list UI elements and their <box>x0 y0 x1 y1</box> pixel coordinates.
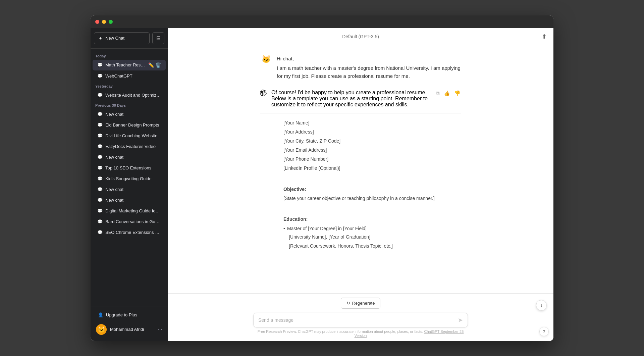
app-body: ＋ New Chat ⊟ Today 💬 Math Teacher Resume… <box>91 28 553 341</box>
copy-button[interactable]: ⧉ <box>435 90 440 97</box>
user-message-line2: I am a math teacher with a master's degr… <box>277 64 461 80</box>
sidebar-item-new-chat-1[interactable]: 💬 New chat <box>93 109 166 119</box>
ai-avatar <box>260 90 267 98</box>
scroll-to-bottom-button[interactable]: ↓ <box>536 300 547 311</box>
chat-icon: 💬 <box>97 208 103 213</box>
sidebar-item-math-teacher[interactable]: 💬 Math Teacher Resume ✏️ 🗑️ <box>93 60 166 70</box>
sidebar-item-divi-life[interactable]: 💬 Divi Life Coaching Website <box>93 131 166 141</box>
sidebar-item-label: Bard Conversations in Google… <box>105 219 161 224</box>
chat-icon: 💬 <box>97 122 103 128</box>
chat-icon: 💬 <box>97 155 103 160</box>
resume-template: [Your Name] [Your Address] [Your City, S… <box>260 119 461 251</box>
message-input-wrapper: ➤ <box>253 313 468 327</box>
sidebar-item-seo-chrome[interactable]: 💬 SEO Chrome Extensions 2023… <box>93 227 166 238</box>
footer-note-text: Free Research Preview. ChatGPT may produ… <box>258 329 423 334</box>
sidebar-item-digital-marketing[interactable]: 💬 Digital Marketing Guide for St… <box>93 206 166 216</box>
regenerate-label: Regenerate <box>352 301 375 306</box>
sidebar-item-eid-banner[interactable]: 💬 Eid Banner Design Prompts <box>93 120 166 130</box>
edit-icon[interactable]: ✏️ <box>148 62 154 68</box>
chevron-down-icon: ↓ <box>540 302 543 308</box>
resume-field-name: [Your Name] <box>283 119 454 127</box>
chat-icon: 💬 <box>97 144 103 149</box>
sidebar-item-new-chat-4[interactable]: 💬 New chat <box>93 195 166 205</box>
chat-input-area: ↻ Regenerate ➤ Free Research Preview. Ch… <box>168 293 553 341</box>
chat-icon: 💬 <box>97 112 103 117</box>
section-label-today: Today <box>91 51 168 59</box>
resume-bullet-2: [University Name], [Year of Graduation] <box>283 233 454 241</box>
send-icon: ➤ <box>458 316 463 324</box>
footer-note: Free Research Preview. ChatGPT may produ… <box>253 327 468 338</box>
sidebar-header: ＋ New Chat ⊟ <box>91 28 168 49</box>
maximize-button[interactable] <box>109 20 113 24</box>
resume-bullet-1: Master of [Your Degree] in [Your Field] <box>283 224 454 233</box>
minimize-button[interactable] <box>102 20 106 24</box>
assistant-message-container: Of course! I'd be happy to help you crea… <box>253 90 468 251</box>
chat-messages: 🐱 Hi chat, I am a math teacher with a ma… <box>168 45 553 293</box>
regenerate-icon: ↻ <box>346 301 350 306</box>
sidebar-item-label: SEO Chrome Extensions 2023… <box>105 230 161 235</box>
assistant-message-inner: Of course! I'd be happy to help you crea… <box>260 90 461 108</box>
user-name: Mohammad Afridi <box>110 327 155 332</box>
user-profile[interactable]: 🐱 Mohammad Afridi ··· <box>93 321 165 338</box>
sidebar-item-webchatgpt[interactable]: 💬 WebChatGPT <box>93 71 166 81</box>
sidebar-item-label: Divi Life Coaching Website <box>105 133 161 138</box>
user-message-line1: Hi chat, <box>277 55 461 63</box>
avatar: 🐱 <box>96 324 107 335</box>
sidebar-item-label: Website Audit and Optimizati… <box>105 93 161 98</box>
regenerate-bar: ↻ Regenerate <box>174 298 547 309</box>
thumbdown-button[interactable]: 👎 <box>453 90 461 97</box>
chat-icon: 💬 <box>97 198 103 203</box>
sidebar-item-new-chat-2[interactable]: 💬 New chat <box>93 152 166 162</box>
main-wrapper: Default (GPT-3.5) ⬆ 🐱 Hi chat <box>168 28 553 341</box>
resume-field-linkedin: [LinkedIn Profile (Optional)] <box>283 164 454 172</box>
user-avatar: 🐱 <box>260 53 272 65</box>
resume-section-education-title: Education: <box>283 215 454 223</box>
resume-section-objective-content: [State your career objective or teaching… <box>283 194 454 203</box>
resume-field-phone: [Your Phone Number] <box>283 155 454 163</box>
sidebar-item-top10-seo[interactable]: 💬 Top 10 SEO Extensions <box>93 163 166 173</box>
upgrade-to-plus[interactable]: 👤 Upgrade to Plus <box>93 310 165 320</box>
sidebar-item-eazydocs[interactable]: 💬 EazyDocs Features Video <box>93 141 166 152</box>
resume-bullet-3: [Relevant Coursework, Honors, Thesis Top… <box>283 242 454 250</box>
message-input[interactable] <box>258 317 458 323</box>
thumbup-button[interactable]: 👍 <box>443 90 451 97</box>
share-button[interactable]: ⬆ <box>542 33 547 40</box>
traffic-lights <box>95 20 113 24</box>
sidebar-footer: 👤 Upgrade to Plus 🐱 Mohammad Afridi ··· <box>91 306 168 341</box>
chat-header: Default (GPT-3.5) ⬆ <box>168 28 553 45</box>
sidebar: ＋ New Chat ⊟ Today 💬 Math Teacher Resume… <box>91 28 168 341</box>
chat-icon: 💬 <box>97 133 103 138</box>
help-button[interactable]: ? <box>539 327 549 336</box>
section-label-yesterday: Yesterday <box>91 82 168 90</box>
upgrade-label: Upgrade to Plus <box>106 312 160 317</box>
sidebar-item-label: Kid's Songwriting Guide <box>105 176 161 181</box>
upgrade-icon: 👤 <box>98 312 103 317</box>
message-actions: ⧉ 👍 👎 <box>435 90 461 97</box>
sidebar-item-new-chat-3[interactable]: 💬 New chat <box>93 184 166 195</box>
sidebar-list: Today 💬 Math Teacher Resume ✏️ 🗑️ 💬 WebC… <box>91 49 168 306</box>
sidebar-item-kids-song[interactable]: 💬 Kid's Songwriting Guide <box>93 173 166 184</box>
sidebar-item-label: WebChatGPT <box>105 73 161 79</box>
sidebar-item-bard-conversations[interactable]: 💬 Bard Conversations in Google… <box>93 216 166 227</box>
close-button[interactable] <box>95 20 99 24</box>
sidebar-item-website-audit[interactable]: 💬 Website Audit and Optimizati… <box>93 90 166 100</box>
resume-bullet-text: Master of [Your Degree] in [Your Field] <box>287 224 367 233</box>
sidebar-item-label: EazyDocs Features Video <box>105 144 161 149</box>
resume-field-address: [Your Address] <box>283 128 454 136</box>
new-chat-label: New Chat <box>105 36 124 41</box>
share-icon: ⬆ <box>542 33 547 40</box>
delete-icon[interactable]: 🗑️ <box>155 62 161 68</box>
sidebar-item-label: Eid Banner Design Prompts <box>105 122 161 128</box>
new-chat-button[interactable]: ＋ New Chat <box>94 32 150 44</box>
send-button[interactable]: ➤ <box>458 316 463 324</box>
chat-title: Default (GPT-3.5) <box>342 34 379 39</box>
sidebar-toggle-button[interactable]: ⊟ <box>152 32 164 44</box>
chat-icon: 💬 <box>97 165 103 170</box>
resume-field-email: [Your Email Address] <box>283 146 454 154</box>
chat-icon: 💬 <box>97 93 103 98</box>
chat-icon: 💬 <box>97 219 103 224</box>
sidebar-item-label: Digital Marketing Guide for St… <box>105 208 161 213</box>
sidebar-item-label: New chat <box>105 187 161 192</box>
user-menu-icon[interactable]: ··· <box>158 326 162 333</box>
regenerate-button[interactable]: ↻ Regenerate <box>341 298 381 309</box>
